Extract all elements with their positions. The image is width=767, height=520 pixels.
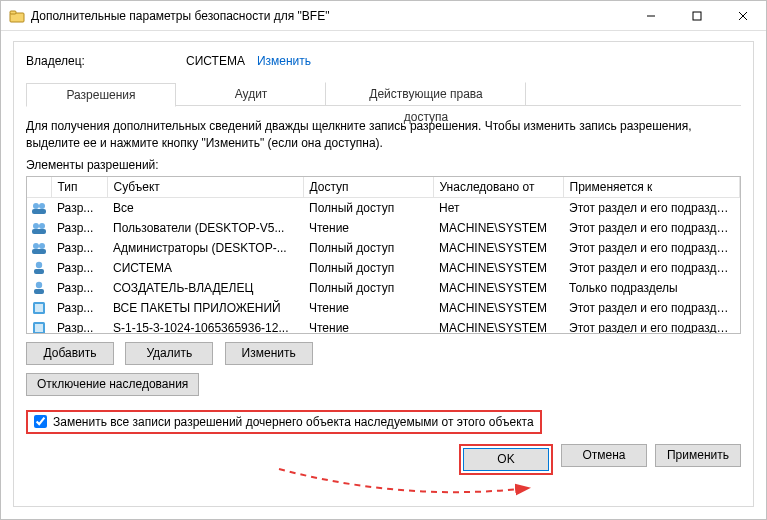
cell-applies: Этот раздел и его подразделы bbox=[563, 238, 740, 258]
table-row[interactable]: Разр...ВСЕ ПАКЕТЫ ПРИЛОЖЕНИЙЧтениеMACHIN… bbox=[27, 298, 740, 318]
principal-icon bbox=[31, 320, 47, 334]
svg-rect-11 bbox=[32, 229, 46, 234]
svg-rect-22 bbox=[35, 324, 43, 332]
cell-access: Полный доступ bbox=[303, 197, 433, 218]
cell-access: Чтение bbox=[303, 218, 433, 238]
cell-access: Чтение bbox=[303, 298, 433, 318]
owner-value: СИСТЕМА bbox=[186, 54, 245, 68]
tab-audit[interactable]: Аудит bbox=[176, 82, 326, 106]
replace-children-label: Заменить все записи разрешений дочернего… bbox=[53, 415, 534, 429]
change-owner-link[interactable]: Изменить bbox=[257, 54, 311, 68]
minimize-button[interactable] bbox=[628, 1, 674, 31]
svg-point-17 bbox=[36, 281, 42, 287]
cell-principal: Пользователи (DESKTOP-V5... bbox=[107, 218, 303, 238]
cell-access: Полный доступ bbox=[303, 238, 433, 258]
app-icon bbox=[9, 8, 25, 24]
principal-icon bbox=[31, 280, 47, 296]
disable-inheritance-button[interactable]: Отключение наследования bbox=[26, 373, 199, 396]
cell-inherited: Нет bbox=[433, 197, 563, 218]
col-type[interactable]: Тип bbox=[51, 177, 107, 198]
entries-label: Элементы разрешений: bbox=[26, 158, 741, 172]
cell-applies: Этот раздел и его подразделы bbox=[563, 197, 740, 218]
principal-icon bbox=[31, 240, 47, 256]
svg-rect-18 bbox=[34, 289, 44, 294]
owner-label: Владелец: bbox=[26, 54, 186, 68]
svg-rect-20 bbox=[35, 304, 43, 312]
cell-type: Разр... bbox=[51, 298, 107, 318]
add-button[interactable]: Добавить bbox=[26, 342, 114, 365]
col-access[interactable]: Доступ bbox=[303, 177, 433, 198]
cell-type: Разр... bbox=[51, 318, 107, 334]
principal-icon bbox=[31, 300, 47, 316]
principal-icon bbox=[31, 200, 47, 216]
col-principal[interactable]: Субъект bbox=[107, 177, 303, 198]
owner-row: Владелец: СИСТЕМА Изменить bbox=[26, 54, 741, 68]
table-header-row: Тип Субъект Доступ Унаследовано от Приме… bbox=[27, 177, 740, 198]
cell-principal: Администраторы (DESKTOP-... bbox=[107, 238, 303, 258]
edit-button[interactable]: Изменить bbox=[225, 342, 313, 365]
cell-inherited: MACHINE\SYSTEM bbox=[433, 298, 563, 318]
svg-point-9 bbox=[33, 223, 39, 229]
replace-children-checkbox-row[interactable]: Заменить все записи разрешений дочернего… bbox=[26, 410, 542, 434]
table-row[interactable]: Разр...СОЗДАТЕЛЬ-ВЛАДЕЛЕЦПолный доступMA… bbox=[27, 278, 740, 298]
svg-rect-8 bbox=[32, 209, 46, 214]
tab-strip: Разрешения Аудит Действующие права досту… bbox=[26, 82, 741, 106]
close-button[interactable] bbox=[720, 1, 766, 31]
apply-button[interactable]: Применить bbox=[655, 444, 741, 467]
table-row[interactable]: Разр...СИСТЕМАПолный доступMACHINE\SYSTE… bbox=[27, 258, 740, 278]
table-row[interactable]: Разр...S-1-15-3-1024-1065365936-12...Чте… bbox=[27, 318, 740, 334]
cell-type: Разр... bbox=[51, 278, 107, 298]
svg-point-15 bbox=[36, 261, 42, 267]
maximize-button[interactable] bbox=[674, 1, 720, 31]
cell-applies: Этот раздел и его подразделы bbox=[563, 258, 740, 278]
cell-applies: Этот раздел и его подразделы bbox=[563, 318, 740, 334]
window-title: Дополнительные параметры безопасности дл… bbox=[31, 9, 628, 23]
svg-point-7 bbox=[39, 203, 45, 209]
tab-permissions[interactable]: Разрешения bbox=[26, 83, 176, 107]
cell-type: Разр... bbox=[51, 197, 107, 218]
cell-inherited: MACHINE\SYSTEM bbox=[433, 218, 563, 238]
cell-principal: СОЗДАТЕЛЬ-ВЛАДЕЛЕЦ bbox=[107, 278, 303, 298]
svg-rect-14 bbox=[32, 249, 46, 254]
cell-type: Разр... bbox=[51, 218, 107, 238]
svg-rect-1 bbox=[10, 11, 16, 14]
col-inherited[interactable]: Унаследовано от bbox=[433, 177, 563, 198]
svg-point-6 bbox=[33, 203, 39, 209]
replace-children-checkbox[interactable] bbox=[34, 415, 47, 428]
cell-applies: Только подразделы bbox=[563, 278, 740, 298]
ok-highlight: OK bbox=[459, 444, 553, 475]
dialog-footer: OK Отмена Применить bbox=[26, 444, 741, 475]
svg-rect-16 bbox=[34, 269, 44, 274]
principal-icon bbox=[31, 260, 47, 276]
col-applies[interactable]: Применяется к bbox=[563, 177, 740, 198]
cell-access: Чтение bbox=[303, 318, 433, 334]
cell-type: Разр... bbox=[51, 238, 107, 258]
svg-point-13 bbox=[39, 243, 45, 249]
cell-access: Полный доступ bbox=[303, 258, 433, 278]
cell-principal: ВСЕ ПАКЕТЫ ПРИЛОЖЕНИЙ bbox=[107, 298, 303, 318]
description-text: Для получения дополнительных сведений дв… bbox=[26, 118, 741, 152]
table-row[interactable]: Разр...Пользователи (DESKTOP-V5...Чтение… bbox=[27, 218, 740, 238]
titlebar: Дополнительные параметры безопасности дл… bbox=[1, 1, 766, 31]
permissions-table[interactable]: Тип Субъект Доступ Унаследовано от Приме… bbox=[26, 176, 741, 334]
cell-principal: СИСТЕМА bbox=[107, 258, 303, 278]
cancel-button[interactable]: Отмена bbox=[561, 444, 647, 467]
ok-button[interactable]: OK bbox=[463, 448, 549, 471]
cell-inherited: MACHINE\SYSTEM bbox=[433, 318, 563, 334]
cell-applies: Этот раздел и его подразделы bbox=[563, 218, 740, 238]
svg-point-12 bbox=[33, 243, 39, 249]
remove-button[interactable]: Удалить bbox=[125, 342, 213, 365]
svg-point-10 bbox=[39, 223, 45, 229]
cell-principal: Все bbox=[107, 197, 303, 218]
cell-inherited: MACHINE\SYSTEM bbox=[433, 238, 563, 258]
svg-rect-3 bbox=[693, 12, 701, 20]
cell-access: Полный доступ bbox=[303, 278, 433, 298]
cell-inherited: MACHINE\SYSTEM bbox=[433, 258, 563, 278]
table-row[interactable]: Разр...ВсеПолный доступНетЭтот раздел и … bbox=[27, 197, 740, 218]
cell-type: Разр... bbox=[51, 258, 107, 278]
tab-effective-access[interactable]: Действующие права доступа bbox=[326, 82, 526, 106]
principal-icon bbox=[31, 220, 47, 236]
table-row[interactable]: Разр...Администраторы (DESKTOP-...Полный… bbox=[27, 238, 740, 258]
cell-inherited: MACHINE\SYSTEM bbox=[433, 278, 563, 298]
cell-principal: S-1-15-3-1024-1065365936-12... bbox=[107, 318, 303, 334]
